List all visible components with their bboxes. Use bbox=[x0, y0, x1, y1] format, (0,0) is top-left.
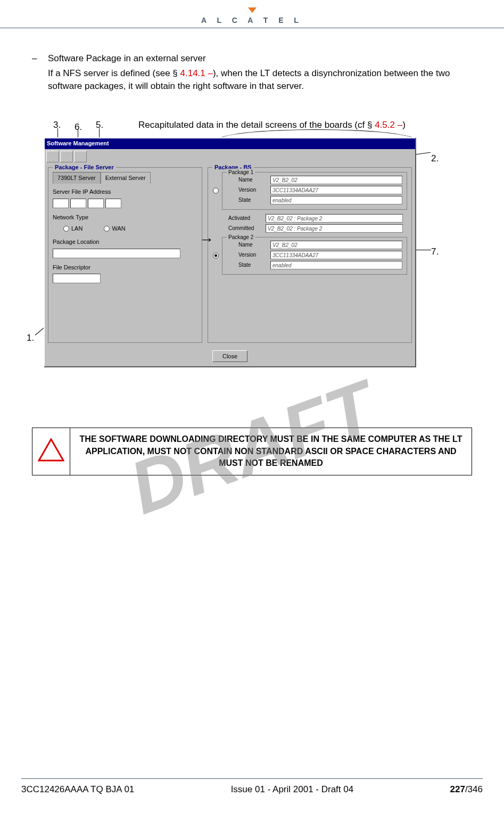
tab-external-server[interactable]: External Server bbox=[101, 172, 151, 184]
package-location-label: Package Location bbox=[53, 238, 197, 246]
ip-octet-1-input[interactable] bbox=[53, 199, 69, 208]
pkg1-version-value: 3CC11334ADAA27 bbox=[270, 186, 402, 194]
name-label: Name bbox=[238, 176, 270, 184]
cross-ref-link[interactable]: 4.14.1 – bbox=[180, 68, 213, 78]
radio-icon bbox=[104, 226, 110, 232]
package-1-title: Package 1 bbox=[227, 169, 255, 176]
radio-wan[interactable]: WAN bbox=[104, 225, 125, 233]
page-header-logo: A L C A T E L bbox=[0, 0, 504, 31]
pkg2-state-value: enabled bbox=[270, 261, 402, 269]
package-1-radio[interactable] bbox=[213, 188, 219, 194]
logo-text: A L C A T E L bbox=[0, 16, 504, 24]
pkg1-name-value: V2_B2_02 bbox=[270, 176, 402, 184]
radio-lan[interactable]: LAN bbox=[63, 225, 82, 233]
network-type-label: Network Type bbox=[53, 213, 197, 221]
cross-ref-link-2[interactable]: 4.5.2 – bbox=[375, 120, 402, 130]
window-toolbar bbox=[45, 149, 415, 164]
toolbar-button-1[interactable] bbox=[46, 151, 59, 162]
package-2-radio[interactable] bbox=[213, 253, 219, 259]
software-management-window: Software Management Package - File Serve… bbox=[44, 137, 416, 367]
radio-icon bbox=[63, 226, 69, 232]
package-2-title: Package 2 bbox=[227, 234, 255, 241]
warning-text: THE SOFTWARE DOWNLOADING DIRECTORY MUST … bbox=[70, 428, 472, 475]
footer-page: 227/346 bbox=[450, 784, 483, 795]
footer-divider bbox=[21, 778, 483, 779]
group-title-file-server: Package - File Server bbox=[53, 163, 116, 171]
committed-value: V2_B2_02 : Package 2 bbox=[266, 224, 403, 233]
file-descriptor-input[interactable] bbox=[53, 274, 101, 283]
package-bs-group: Package - BS Package 1 NameV2_B2_02 Vers… bbox=[208, 167, 412, 343]
package-location-input[interactable] bbox=[53, 249, 180, 258]
svg-marker-0 bbox=[39, 439, 63, 461]
close-button[interactable]: Close bbox=[212, 350, 247, 362]
pkg1-state-value: enabled bbox=[270, 196, 402, 204]
warning-triangle-icon bbox=[38, 438, 64, 462]
version-label: Version bbox=[238, 186, 270, 194]
ip-octet-3-input[interactable] bbox=[88, 199, 104, 208]
footer-issue: Issue 01 - April 2001 - Draft 04 bbox=[231, 784, 354, 795]
callout-5: 5. bbox=[96, 119, 103, 132]
pkg2-version-value: 3CC11334ADAA27 bbox=[270, 251, 402, 259]
window-titlebar: Software Management bbox=[45, 138, 415, 149]
logo-triangle-icon bbox=[248, 7, 257, 13]
version-label: Version bbox=[238, 251, 270, 259]
committed-label: Committed bbox=[228, 225, 266, 232]
figure-area: 3. 6. 5. 2. 7. 1. Recapitulated data in … bbox=[32, 119, 472, 406]
page-content: – Software Package in an external server… bbox=[0, 31, 504, 475]
ip-octet-4-input[interactable] bbox=[105, 199, 121, 208]
state-label: State bbox=[238, 196, 270, 204]
tab-7390lt-server[interactable]: 7390LT Server bbox=[53, 172, 101, 184]
activated-value: V2_B2_02 : Package 2 bbox=[266, 214, 403, 223]
recap-caption: Recapitulated data in the detail screens… bbox=[138, 119, 406, 132]
bullet-title: Software Package in an external server bbox=[48, 52, 472, 65]
package-file-server-group: Package - File Server 7390LT Server Exte… bbox=[48, 167, 202, 343]
page-footer: 3CC12426AAAA TQ BJA 01 Issue 01 - April … bbox=[0, 778, 504, 795]
callout-2: 2. bbox=[431, 152, 439, 165]
file-descriptor-label: File Descriptor bbox=[53, 264, 197, 272]
bullet-description: If a NFS server is defined (see § 4.14.1… bbox=[32, 67, 472, 93]
bullet-dash: – bbox=[32, 52, 48, 65]
toolbar-button-3[interactable] bbox=[74, 151, 87, 162]
activated-label: Activated bbox=[228, 215, 266, 222]
callout-1: 1. bbox=[27, 332, 34, 344]
arrow-right-icon: → bbox=[199, 229, 214, 250]
pkg2-name-value: V2_B2_02 bbox=[270, 241, 402, 249]
callout-6: 6. bbox=[75, 121, 82, 134]
ip-octet-2-input[interactable] bbox=[70, 199, 86, 208]
header-divider bbox=[0, 28, 504, 28]
state-label: State bbox=[238, 261, 270, 269]
toolbar-button-2[interactable] bbox=[60, 151, 73, 162]
name-label: Name bbox=[238, 241, 270, 249]
callout-7: 7. bbox=[431, 245, 439, 258]
footer-doc-id: 3CC12426AAAA TQ BJA 01 bbox=[21, 784, 134, 795]
ip-address-label: Server File IP Address bbox=[53, 188, 197, 196]
warning-box: THE SOFTWARE DOWNLOADING DIRECTORY MUST … bbox=[32, 428, 472, 475]
